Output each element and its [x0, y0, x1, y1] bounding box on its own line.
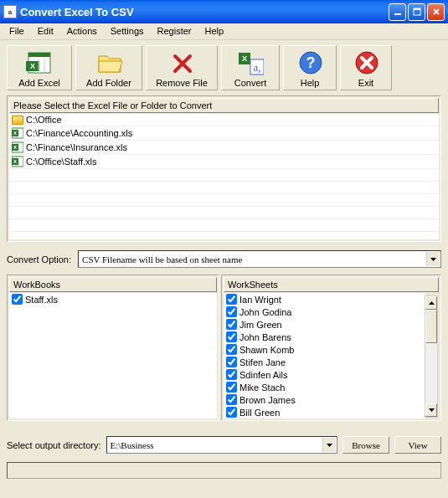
file-row[interactable]: [9, 194, 439, 207]
minimize-button[interactable]: [389, 3, 406, 21]
view-button[interactable]: View: [394, 436, 441, 454]
worksheet-label: Shawn Komb: [239, 345, 294, 355]
menu-edit[interactable]: Edit: [32, 25, 59, 38]
file-row[interactable]: XC:\Office\Staff.xls: [9, 155, 439, 169]
close-button[interactable]: [427, 3, 445, 21]
svg-text:a,: a,: [253, 61, 260, 74]
worksheet-row[interactable]: John Barens: [224, 331, 425, 343]
exit-icon: [353, 49, 379, 76]
toolbar-label: Exit: [358, 78, 373, 88]
toolbar-label: Help: [301, 78, 320, 88]
workbooks-panel: WorkBooks Staff.xls: [7, 275, 219, 421]
file-row[interactable]: XC:\Finance\Insurance.xls: [9, 141, 439, 155]
worksheet-checkbox[interactable]: [226, 331, 237, 342]
convert-icon: Xa,: [237, 49, 264, 76]
worksheet-row[interactable]: Jim Green: [224, 318, 425, 331]
convert-button[interactable]: Xa,Convert: [221, 45, 280, 90]
worksheet-label: John Godina: [239, 307, 291, 317]
workbook-row[interactable]: Staff.xls: [9, 293, 217, 305]
svg-text:X: X: [13, 159, 17, 164]
add-excel-button[interactable]: XAdd Excel: [7, 45, 72, 90]
worksheet-row[interactable]: Stifen Jane: [224, 356, 425, 368]
worksheet-checkbox[interactable]: [226, 357, 237, 367]
toolbar: XAdd ExcelAdd FolderRemove FileXa,Conver…: [0, 40, 448, 95]
excel-file-icon: X: [12, 127, 23, 139]
worksheet-row[interactable]: Shawn Komb: [224, 343, 425, 356]
menu-settings[interactable]: Settings: [105, 25, 150, 38]
worksheet-checkbox[interactable]: [226, 382, 237, 393]
toolbar-label: Convert: [234, 78, 267, 88]
workbooks-list[interactable]: Staff.xls: [9, 293, 217, 418]
exit-button[interactable]: Exit: [340, 45, 392, 90]
worksheet-checkbox[interactable]: [226, 294, 237, 305]
worksheet-label: Jim Green: [239, 320, 282, 330]
worksheet-label: Ian Wrignt: [239, 295, 281, 305]
worksheet-row[interactable]: Brown James: [224, 393, 425, 406]
worksheet-label: Mike Stach: [239, 382, 285, 393]
workbook-checkbox[interactable]: [12, 294, 23, 305]
menu-help[interactable]: Help: [199, 25, 230, 38]
output-directory-value: E:\Business: [111, 440, 154, 450]
worksheet-row[interactable]: Ian Wrignt: [224, 293, 425, 305]
file-row[interactable]: [9, 207, 439, 219]
help-button[interactable]: ?Help: [283, 45, 337, 90]
output-directory-label: Select output directory:: [7, 440, 101, 450]
file-row[interactable]: [9, 232, 439, 239]
worksheet-row[interactable]: Bill Green: [224, 406, 425, 418]
output-directory-select[interactable]: E:\Business: [106, 436, 337, 454]
scrollbar[interactable]: [425, 295, 438, 418]
convert-option-value: CSV Filename will be based on sheet name: [82, 254, 242, 264]
worksheet-checkbox[interactable]: [226, 319, 237, 330]
file-row[interactable]: XC:\Finance\Accounting.xls: [9, 126, 439, 141]
worksheet-label: Bill Green: [239, 408, 280, 418]
add-folder-button[interactable]: Add Folder: [75, 45, 142, 90]
worksheet-label: Brown James: [239, 395, 296, 405]
menu-file[interactable]: File: [3, 25, 30, 38]
worksheet-checkbox[interactable]: [226, 369, 237, 380]
add-folder-icon: [95, 49, 122, 76]
file-panel: Please Select the Excel File or Folder t…: [7, 95, 441, 242]
toolbar-label: Add Folder: [86, 78, 131, 88]
svg-rect-2: [414, 8, 420, 10]
svg-text:X: X: [30, 62, 35, 70]
worksheet-checkbox[interactable]: [226, 407, 237, 418]
svg-text:X: X: [13, 145, 17, 150]
file-path: C:\Office: [26, 115, 62, 125]
file-row[interactable]: C:\Office: [9, 114, 439, 126]
remove-file-button[interactable]: Remove File: [146, 45, 218, 90]
convert-option-select[interactable]: CSV Filename will be based on sheet name: [78, 250, 441, 268]
statusbar: [7, 462, 441, 479]
worksheet-checkbox[interactable]: [226, 306, 237, 317]
svg-text:X: X: [13, 131, 17, 136]
svg-text:?: ?: [306, 54, 316, 71]
excel-file-icon: X: [12, 156, 23, 167]
menu-actions[interactable]: Actions: [61, 25, 103, 38]
help-icon: ?: [296, 49, 323, 76]
maximize-button[interactable]: [408, 3, 425, 21]
file-panel-header: Please Select the Excel File or Folder t…: [9, 98, 439, 113]
worksheet-label: John Barens: [239, 332, 291, 342]
file-row[interactable]: [9, 219, 439, 232]
menu-register[interactable]: Register: [152, 25, 198, 38]
chevron-down-icon: [426, 252, 440, 266]
worksheet-row[interactable]: John Godina: [224, 305, 425, 318]
svg-rect-4: [28, 53, 50, 57]
worksheet-checkbox[interactable]: [226, 394, 237, 405]
worksheet-row[interactable]: Sdinfen Ails: [224, 368, 425, 381]
browse-button[interactable]: Browse: [342, 436, 389, 454]
scroll-down-button[interactable]: [425, 403, 437, 417]
file-path: C:\Office\Staff.xls: [26, 157, 97, 167]
window-title: Convert Excel To CSV: [20, 6, 134, 18]
file-row[interactable]: [9, 169, 439, 182]
worksheets-list[interactable]: Ian WrigntJohn GodinaJim GreenJohn Baren…: [224, 293, 425, 418]
file-row[interactable]: [9, 182, 439, 194]
file-list[interactable]: C:\OfficeXC:\Finance\Accounting.xlsXC:\F…: [9, 114, 439, 239]
svg-rect-0: [394, 13, 401, 15]
titlebar[interactable]: a Convert Excel To CSV: [0, 0, 448, 23]
worksheet-row[interactable]: Mike Stach: [224, 381, 425, 393]
scroll-up-button[interactable]: [425, 296, 437, 310]
scroll-thumb[interactable]: [425, 310, 437, 343]
worksheet-checkbox[interactable]: [226, 344, 237, 355]
toolbar-label: Remove File: [156, 78, 208, 88]
scroll-track[interactable]: [425, 343, 437, 403]
